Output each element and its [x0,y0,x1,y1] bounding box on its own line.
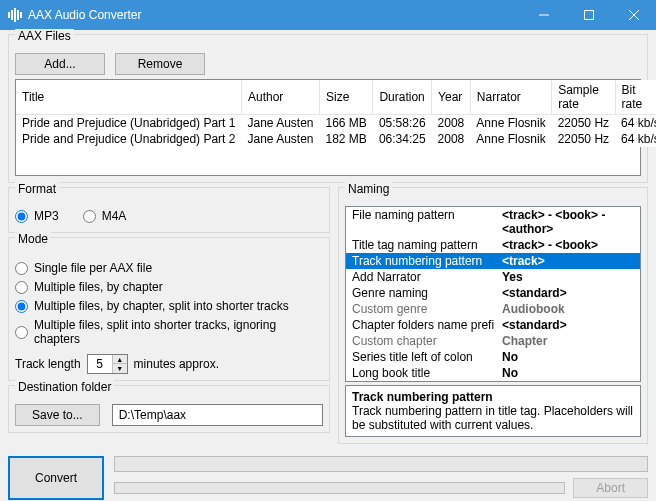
format-m4a-radio[interactable]: M4A [83,209,127,223]
track-length-label: Track length [15,357,81,371]
track-length-input[interactable] [88,357,112,371]
mode-option[interactable]: Multiple files, by chapter, split into s… [15,299,323,313]
mode-label: Mode [15,232,51,246]
files-table[interactable]: TitleAuthorSizeDurationYearNarratorSampl… [15,79,641,176]
naming-row-label: Add Narrator [352,270,502,284]
mode-option[interactable]: Single file per AAX file [15,261,323,275]
format-label: Format [15,182,59,196]
column-header[interactable]: Year [432,80,471,115]
minimize-button[interactable] [521,0,566,30]
mode-option[interactable]: Multiple files, by chapter [15,280,323,294]
track-length-suffix: minutes approx. [134,357,219,371]
naming-row-label: Genre naming [352,286,502,300]
format-mp3-label: MP3 [34,209,59,223]
table-cell: Anne Flosnik [470,131,551,147]
titlebar: AAX Audio Converter [0,0,656,30]
naming-row-label: Chapter folders name prefi [352,318,502,332]
mode-option-label: Multiple files, split into shorter track… [34,318,323,346]
naming-hint-title: Track numbering pattern [352,390,493,404]
save-to-button[interactable]: Save to... [15,404,100,426]
mode-group: Mode Single file per AAX fileMultiple fi… [8,237,330,381]
naming-row[interactable]: Genre naming<standard> [346,285,640,301]
table-cell: 64 kb/s [615,131,656,147]
add-button[interactable]: Add... [15,53,105,75]
naming-row-label: File naming pattern [352,208,502,236]
destination-group: Destination folder Save to... D:\Temp\aa… [8,385,330,433]
naming-row-value: No [502,350,518,364]
naming-row-value: <standard> [502,318,567,332]
naming-row[interactable]: Custom genreAudiobook [346,301,640,317]
remove-button[interactable]: Remove [115,53,205,75]
svg-rect-1 [584,11,593,20]
naming-row-label: Custom genre [352,302,502,316]
aax-files-group: AAX Files Add... Remove TitleAuthorSizeD… [8,34,648,183]
aax-files-label: AAX Files [15,29,74,43]
table-cell: Jane Austen [241,115,319,132]
track-length-spinner[interactable]: ▲ ▼ [87,354,128,374]
naming-row[interactable]: Long book titleNo [346,365,640,381]
convert-button[interactable]: Convert [8,456,104,500]
naming-row[interactable]: Title tag naming pattern<track> - <book> [346,237,640,253]
naming-row-label: Long book title [352,366,502,380]
column-header[interactable]: Title [16,80,241,115]
progress-bar-sub [114,482,565,494]
naming-row[interactable]: Chapter folders name prefi<standard> [346,317,640,333]
naming-row-label: Custom chapter [352,334,502,348]
mode-option-label: Multiple files, by chapter [34,280,163,294]
naming-row[interactable]: Track numbering pattern<track> [346,253,640,269]
naming-row-value: Audiobook [502,302,565,316]
naming-row-label: Track numbering pattern [352,254,502,268]
maximize-button[interactable] [566,0,611,30]
mode-option-label: Single file per AAX file [34,261,152,275]
naming-row-value: <track> [502,254,545,268]
naming-row-value: <standard> [502,286,567,300]
format-m4a-label: M4A [102,209,127,223]
mode-option[interactable]: Multiple files, split into shorter track… [15,318,323,346]
naming-row-value: Chapter [502,334,547,348]
column-header[interactable]: Narrator [470,80,551,115]
app-icon [8,8,22,22]
destination-label: Destination folder [15,380,114,394]
spinner-down-icon[interactable]: ▼ [113,364,127,373]
naming-hint: Track numbering pattern Track numbering … [345,385,641,437]
table-cell: Pride and Prejudice (Unabridged) Part 2 [16,131,241,147]
table-cell: Jane Austen [241,131,319,147]
naming-row[interactable]: File naming pattern<track> - <book> - <a… [346,207,640,237]
naming-row[interactable]: Add NarratorYes [346,269,640,285]
naming-row[interactable]: Custom chapterChapter [346,333,640,349]
progress-bar-main [114,456,648,472]
table-row[interactable]: Pride and Prejudice (Unabridged) Part 1J… [16,115,656,132]
column-header[interactable]: Bit rate [615,80,656,115]
column-header[interactable]: Duration [373,80,432,115]
naming-row-value: <track> - <book> [502,238,598,252]
column-header[interactable]: Author [241,80,319,115]
naming-row-value: <track> - <book> - <author> [502,208,634,236]
naming-label: Naming [345,182,392,196]
naming-list[interactable]: File naming pattern<track> - <book> - <a… [345,206,641,382]
naming-row-value: No [502,366,518,380]
naming-group: Naming File naming pattern<track> - <boo… [338,187,648,444]
table-cell: 22050 Hz [552,115,615,132]
close-button[interactable] [611,0,656,30]
table-row[interactable]: Pride and Prejudice (Unabridged) Part 2J… [16,131,656,147]
destination-path[interactable]: D:\Temp\aax [112,404,323,426]
naming-row-value: Yes [502,270,523,284]
table-cell: Pride and Prejudice (Unabridged) Part 1 [16,115,241,132]
column-header[interactable]: Size [320,80,373,115]
format-group: Format MP3 M4A [8,187,330,233]
table-cell: 182 MB [320,131,373,147]
mode-option-label: Multiple files, by chapter, split into s… [34,299,289,313]
naming-row[interactable]: Series title left of colonNo [346,349,640,365]
column-header[interactable]: Sample rate [552,80,615,115]
table-cell: 64 kb/s [615,115,656,132]
naming-row-label: Series title left of colon [352,350,502,364]
abort-button[interactable]: Abort [573,478,648,498]
table-cell: 2008 [432,131,471,147]
naming-hint-body: Track numbering pattern in title tag. Pl… [352,404,633,432]
table-cell: 05:58:26 [373,115,432,132]
format-mp3-radio[interactable]: MP3 [15,209,59,223]
spinner-up-icon[interactable]: ▲ [113,355,127,364]
table-cell: Anne Flosnik [470,115,551,132]
table-cell: 22050 Hz [552,131,615,147]
window-title: AAX Audio Converter [28,8,141,22]
